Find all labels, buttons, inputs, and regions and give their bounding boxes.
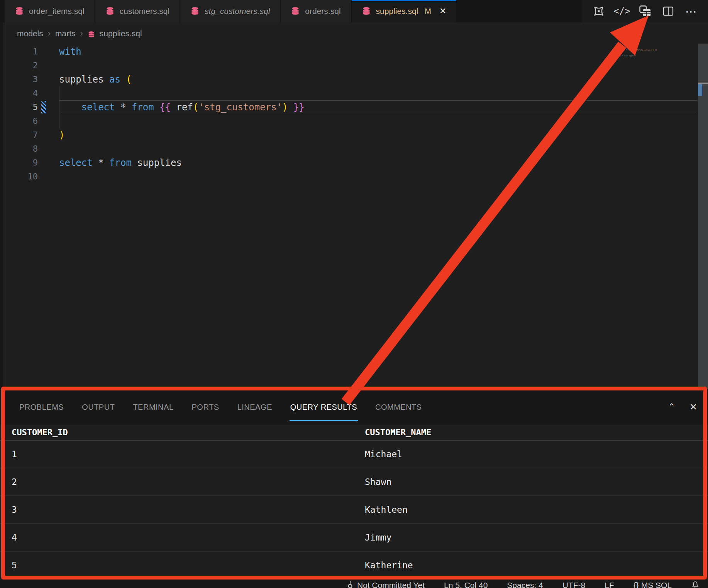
- panel-tab-ports[interactable]: PORTS: [192, 389, 219, 425]
- breadcrumb-file[interactable]: supplies.sql: [100, 29, 142, 38]
- code-token: }}: [293, 102, 305, 113]
- gutter-row: 8: [4, 142, 59, 156]
- more-actions-glyph: ⋯: [685, 5, 698, 18]
- status-label: UTF-8: [562, 581, 586, 588]
- line-number: 2: [4, 59, 38, 73]
- code-line[interactable]: [59, 86, 697, 100]
- panel-tab-terminal[interactable]: TERMINAL: [133, 389, 173, 425]
- chevron-up-icon[interactable]: ⌃: [668, 402, 676, 412]
- table-cell: 3: [12, 505, 365, 515]
- database-icon: [15, 7, 24, 16]
- tab-stg_customers.sql[interactable]: stg_customers.sql: [180, 0, 281, 22]
- code-token: ): [282, 102, 288, 113]
- gutter-row: 6: [4, 114, 59, 128]
- status-item-utf-8[interactable]: UTF-8: [562, 581, 586, 588]
- status-label: Ln 5, Col 40: [444, 581, 488, 588]
- panel-tab-bar: PROBLEMSOUTPUTTERMINALPORTSLINEAGEQUERY …: [0, 389, 708, 425]
- panel-tab-lineage[interactable]: LINEAGE: [237, 389, 272, 425]
- line-number: 3: [4, 73, 38, 86]
- breadcrumb-item-marts[interactable]: marts: [55, 29, 76, 38]
- code-editor[interactable]: 12345678910 withsupplies as ( select * f…: [4, 45, 708, 389]
- panel-actions: ⌃ ✕: [668, 402, 708, 412]
- editor-left-edge: [0, 22, 4, 389]
- more-actions-icon[interactable]: ⋯: [682, 2, 701, 20]
- query-results-icon[interactable]: [635, 2, 655, 20]
- bell-icon: [691, 581, 700, 588]
- panel-close-icon[interactable]: ✕: [689, 402, 697, 412]
- code-line[interactable]: supplies as (: [59, 73, 697, 86]
- status-item--ms-sql[interactable]: {} MS SQL: [633, 581, 672, 588]
- panel-tab-output[interactable]: OUTPUT: [82, 389, 115, 425]
- code-line[interactable]: select * from {{ ref('stg_customers') }}: [59, 100, 697, 114]
- status-label: Spaces: 4: [507, 581, 543, 588]
- code-token: ref: [171, 102, 193, 113]
- table-cell: 2: [12, 477, 365, 487]
- status-label: Not Committed Yet: [357, 581, 425, 588]
- code-token: *: [93, 157, 109, 168]
- tab-label: orders.sql: [305, 7, 340, 16]
- gutter-row: 9: [4, 156, 59, 170]
- panel-tab-problems[interactable]: PROBLEMS: [19, 389, 64, 425]
- tab-supplies.sql[interactable]: supplies.sqlM✕: [352, 0, 457, 22]
- tab-label: customers.sql: [120, 7, 170, 16]
- status-item-lf[interactable]: LF: [605, 581, 614, 588]
- line-number: 9: [4, 156, 38, 170]
- code-token: ): [59, 130, 64, 140]
- table-row: 5Katherine: [0, 552, 708, 580]
- breadcrumb-item-models[interactable]: models: [17, 29, 43, 38]
- code-line[interactable]: [59, 142, 697, 156]
- code-token: (: [193, 102, 198, 113]
- column-header: CUSTOMER_ID: [12, 427, 365, 437]
- gutter-row: 2: [4, 59, 59, 73]
- panel-tab-query-results[interactable]: QUERY RESULTS: [290, 389, 357, 425]
- tab-bar-tabs: order_items.sqlcustomers.sqlstg_customer…: [5, 0, 457, 22]
- code-line[interactable]: [59, 170, 697, 184]
- indent-guide: [59, 100, 59, 114]
- code-token: supplies: [132, 157, 182, 168]
- table-row: 3Kathleen: [0, 496, 708, 524]
- status-item-ln-5-col-40[interactable]: Ln 5, Col 40: [444, 581, 488, 588]
- status-item-spaces-4[interactable]: Spaces: 4: [507, 581, 543, 588]
- table-cell: 4: [12, 532, 365, 542]
- panel-tab-comments[interactable]: COMMENTS: [375, 389, 422, 425]
- git-modified-gutter-marker: [41, 101, 46, 113]
- code-token: [120, 74, 126, 85]
- gutter-row: 10: [4, 170, 59, 184]
- status-label: LF: [605, 581, 614, 588]
- code-line[interactable]: select * from supplies: [59, 156, 697, 170]
- tab-order_items.sql[interactable]: order_items.sql: [5, 0, 95, 22]
- close-icon[interactable]: ✕: [439, 6, 446, 16]
- code-line[interactable]: [59, 59, 697, 73]
- code-token: 'stg_customers': [198, 102, 282, 113]
- code-token: {{: [159, 102, 171, 113]
- code-token: as: [109, 74, 120, 85]
- minimap-modified-marker: [613, 49, 615, 51]
- table-cell: Kathleen: [365, 505, 708, 515]
- code-preview-icon[interactable]: </>: [612, 2, 632, 20]
- code-line[interactable]: ): [59, 128, 697, 142]
- breadcrumb-separator: ›: [48, 29, 51, 39]
- table-cell: Jimmy: [365, 532, 708, 542]
- database-icon: [105, 7, 115, 16]
- status-item-not-committed-yet[interactable]: Not Committed Yet: [346, 581, 425, 588]
- tab-orders.sql[interactable]: orders.sql: [281, 0, 351, 22]
- status-item-bell[interactable]: [691, 581, 700, 588]
- database-icon: [190, 7, 200, 16]
- code-token: [59, 102, 81, 113]
- table-cell: Katherine: [365, 560, 708, 570]
- dbt-icon[interactable]: [589, 2, 608, 20]
- line-number: 4: [4, 86, 38, 100]
- indent-guide: [59, 86, 59, 100]
- split-editor-icon[interactable]: [659, 2, 678, 20]
- table-row: 2Shawn: [0, 468, 708, 496]
- tab-customers.sql[interactable]: customers.sql: [95, 0, 181, 22]
- code-line[interactable]: with: [59, 45, 697, 59]
- gutter-row: 1: [4, 45, 59, 59]
- code-line[interactable]: [59, 114, 697, 128]
- minimap[interactable]: with supplies as ( select * from {{ ref(…: [616, 43, 697, 58]
- code-preview-glyph: </>: [613, 6, 630, 17]
- breadcrumb-separator: ›: [80, 29, 83, 39]
- table-cell: Shawn: [365, 477, 708, 487]
- code-token: with: [59, 46, 81, 57]
- status-bar: Not Committed YetLn 5, Col 40Spaces: 4UT…: [0, 580, 708, 588]
